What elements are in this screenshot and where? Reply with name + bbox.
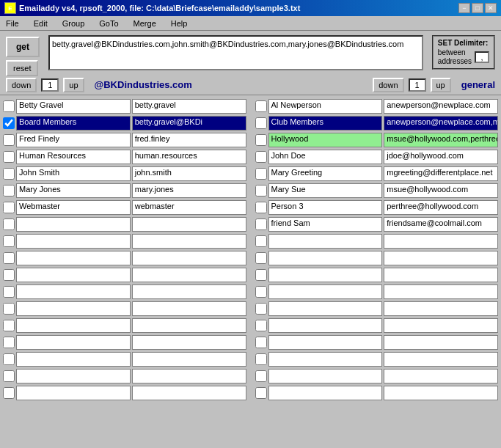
get-button[interactable]: get <box>6 37 40 57</box>
nav-right-up[interactable]: up <box>431 78 451 92</box>
left-row-name[interactable] <box>16 318 131 333</box>
right-row-value[interactable] <box>384 284 498 299</box>
right-row-name[interactable] <box>268 352 383 367</box>
right-row-name[interactable] <box>268 251 383 265</box>
left-row-value[interactable]: fred.finley <box>132 133 246 147</box>
left-row-checkbox[interactable] <box>3 286 15 298</box>
right-row-name[interactable]: Mary Greeting <box>268 166 383 181</box>
left-row-value[interactable]: john.smith <box>132 166 246 181</box>
menu-help[interactable]: Help <box>168 18 191 29</box>
left-row-checkbox[interactable] <box>3 337 15 348</box>
right-row-name[interactable] <box>268 369 383 383</box>
left-row-value[interactable] <box>132 268 246 282</box>
right-row-checkbox[interactable] <box>255 387 267 399</box>
left-row-name[interactable]: Mary Jones <box>16 183 131 198</box>
left-row-value[interactable] <box>132 301 246 316</box>
nav-right-down[interactable]: down <box>373 78 403 92</box>
left-row-name[interactable]: Betty Gravel <box>16 99 131 114</box>
left-row-checkbox[interactable] <box>3 387 15 399</box>
left-row-value[interactable] <box>132 251 246 265</box>
right-row-name[interactable] <box>268 386 383 400</box>
right-row-value[interactable] <box>384 386 498 400</box>
reset-button[interactable]: reset <box>6 60 38 76</box>
right-row-checkbox[interactable] <box>255 353 267 365</box>
right-row-value[interactable] <box>384 369 498 383</box>
right-row-checkbox[interactable] <box>255 303 267 315</box>
right-row-value[interactable] <box>384 335 498 350</box>
right-row-value[interactable]: anewperson@newplace.com <box>384 99 498 114</box>
right-row-value[interactable] <box>384 268 498 282</box>
right-row-value[interactable]: msue@hollywood.com,perthree@hollywood <box>384 133 498 147</box>
right-row-checkbox[interactable] <box>255 100 267 112</box>
left-row-value[interactable] <box>132 369 246 383</box>
right-row-value[interactable] <box>384 352 498 367</box>
right-row-name[interactable] <box>268 335 383 350</box>
right-row-value[interactable] <box>384 234 498 249</box>
right-row-value[interactable] <box>384 301 498 316</box>
right-row-checkbox[interactable] <box>255 337 267 348</box>
right-row-name[interactable]: Al Newperson <box>268 99 383 114</box>
right-row-checkbox[interactable] <box>255 286 267 298</box>
left-row-value[interactable] <box>132 217 246 232</box>
right-row-value[interactable]: friendsame@coolmail.com <box>384 217 498 232</box>
menu-group[interactable]: Group <box>59 18 88 29</box>
right-row-value[interactable]: msue@hollywood.com <box>384 183 498 198</box>
left-row-name[interactable] <box>16 251 131 265</box>
left-row-value[interactable]: human.resources <box>132 150 246 164</box>
right-row-checkbox[interactable] <box>255 134 267 146</box>
minimize-button[interactable]: − <box>458 3 470 13</box>
right-row-name[interactable] <box>268 301 383 316</box>
left-row-name[interactable] <box>16 352 131 367</box>
right-row-value[interactable]: anewperson@newplace.com,mgreeting@dif <box>384 116 498 131</box>
left-row-name[interactable] <box>16 217 131 232</box>
left-row-name[interactable]: Webmaster <box>16 200 131 215</box>
left-row-checkbox[interactable] <box>3 320 15 331</box>
left-row-value[interactable] <box>132 386 246 400</box>
left-row-checkbox[interactable] <box>3 370 15 382</box>
left-row-value[interactable] <box>132 234 246 249</box>
left-row-checkbox[interactable] <box>3 100 15 112</box>
left-row-checkbox[interactable] <box>3 235 15 247</box>
left-row-value[interactable] <box>132 284 246 299</box>
right-row-value[interactable]: jdoe@hollywood.com <box>384 150 498 164</box>
left-row-value[interactable]: betty.gravel@BKDi <box>132 116 246 131</box>
left-row-value[interactable] <box>132 352 246 367</box>
left-row-value[interactable]: mary.jones <box>132 183 246 198</box>
left-row-name[interactable]: Fred Finely <box>16 133 131 147</box>
left-row-checkbox[interactable] <box>3 134 15 146</box>
maximize-button[interactable]: □ <box>472 3 483 13</box>
left-row-checkbox[interactable] <box>3 219 15 230</box>
left-row-name[interactable] <box>16 268 131 282</box>
left-row-name[interactable]: John Smith <box>16 166 131 181</box>
right-row-value[interactable]: mgreeting@differentplace.net <box>384 166 498 181</box>
nav-left-up[interactable]: up <box>63 78 84 92</box>
left-row-name[interactable] <box>16 301 131 316</box>
left-row-checkbox[interactable] <box>3 303 15 315</box>
right-row-name[interactable]: John Doe <box>268 150 383 164</box>
left-row-name[interactable] <box>16 335 131 350</box>
left-row-checkbox[interactable] <box>3 151 15 163</box>
right-row-name[interactable]: Club Members <box>268 116 383 131</box>
left-row-checkbox[interactable] <box>3 353 15 365</box>
left-row-name[interactable]: Board Members <box>16 116 131 131</box>
right-row-checkbox[interactable] <box>255 235 267 247</box>
right-row-checkbox[interactable] <box>255 370 267 382</box>
left-row-value[interactable]: webmaster <box>132 200 246 215</box>
right-row-checkbox[interactable] <box>255 320 267 331</box>
menu-file[interactable]: File <box>3 18 22 29</box>
right-row-name[interactable] <box>268 284 383 299</box>
left-row-name[interactable]: Human Resources <box>16 150 131 164</box>
left-row-checkbox[interactable] <box>3 269 15 281</box>
right-row-name[interactable] <box>268 268 383 282</box>
right-row-name[interactable]: friend Sam <box>268 217 383 232</box>
nav-left-down[interactable]: down <box>6 78 37 92</box>
left-row-checkbox[interactable] <box>3 202 15 213</box>
right-row-checkbox[interactable] <box>255 219 267 230</box>
nav-left-page[interactable] <box>41 78 59 92</box>
right-row-name[interactable] <box>268 234 383 249</box>
left-row-name[interactable] <box>16 369 131 383</box>
close-button[interactable]: ✕ <box>485 3 497 13</box>
left-row-checkbox[interactable] <box>3 185 15 197</box>
nav-right-page[interactable] <box>409 78 426 92</box>
menu-merge[interactable]: Merge <box>131 18 159 29</box>
